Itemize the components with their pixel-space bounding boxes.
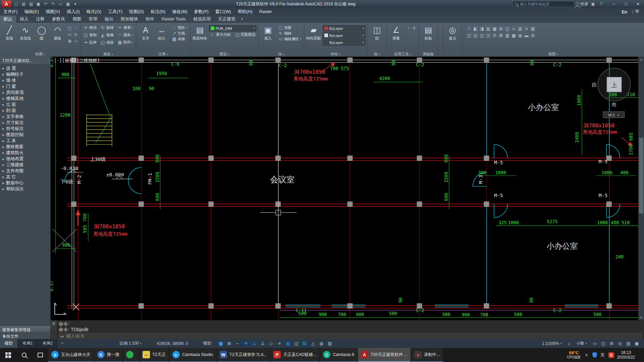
panel-title-clipboard[interactable]: 剪贴板	[419, 51, 438, 57]
scale-control[interactable]: 比例 1:100▾	[117, 340, 144, 347]
menu-item[interactable]: 修改(M)	[169, 8, 191, 15]
ribbon-tool[interactable]: ↗ 引线	[171, 31, 189, 36]
ribbon-tool[interactable]: ✂ 修剪 ▾	[116, 24, 134, 31]
taskbar-app[interactable]: A T20天正建筑软件 ...	[358, 348, 411, 362]
layout-tab[interactable]: 布局2	[38, 339, 58, 348]
view-tool-icon[interactable]: ▩	[511, 33, 517, 38]
taskbar-app[interactable]: W TZ天正建筑学习.d...	[217, 348, 270, 362]
status-toggle-icon[interactable]: △	[309, 340, 317, 347]
taskbar-app[interactable]: S 搜一搜	[94, 348, 123, 362]
cad-viewport[interactable]: [-][俯视][二维线框]90019501609012007005754200C…	[51, 57, 638, 320]
view-tool-icon[interactable]: ▦	[492, 26, 497, 32]
autocad-logo-icon[interactable]: A	[2, 1, 11, 7]
scroll-down-icon[interactable]: ▼	[638, 315, 644, 320]
view-tool-icon[interactable]: ◫	[504, 26, 510, 32]
taskbar-app[interactable]: ● 录制中...	[411, 348, 443, 362]
ribbon-tab[interactable]: 默认	[0, 15, 16, 23]
menu-item[interactable]: 编辑(E)	[21, 8, 42, 15]
menu-item[interactable]: 格式(O)	[83, 8, 105, 15]
ribbon-tab[interactable]: 输出	[101, 15, 117, 23]
ribbon-tab[interactable]: 协作	[142, 15, 158, 23]
view-tool-icon[interactable]: ▧	[530, 26, 536, 32]
palette-menu-item[interactable]: ▶ 建筑防火	[0, 150, 50, 156]
property-combo[interactable]: ByLayer ▾	[323, 32, 366, 39]
property-combo[interactable]: ByLayer ▾	[323, 25, 366, 32]
ribbon-tool[interactable]: ↕ 线性 ▾	[171, 25, 189, 30]
block-insert-button[interactable]: ▣ 插入	[260, 24, 276, 51]
panel-title-draw[interactable]: 绘图▾	[0, 51, 80, 57]
view-tool-icon[interactable]: ◰	[466, 33, 472, 38]
taskbar-app[interactable]: C Camtasia 9	[320, 348, 357, 362]
start-button[interactable]	[0, 348, 16, 362]
ribbon-mini-tool[interactable]: ▭	[67, 32, 72, 38]
status-toggle-icon[interactable]: ⊥	[251, 340, 258, 347]
taskbar-app[interactable]: ▸ Camtasia Studio	[169, 348, 216, 362]
palette-menu-item[interactable]: ▶ 工 具	[0, 138, 50, 144]
view-tool-icon[interactable]: ◳	[485, 33, 491, 38]
ribbon-tool[interactable]: ∿ 多段线	[18, 24, 33, 51]
layer-properties-button[interactable]: ▤ 图层特性	[192, 24, 208, 51]
quick-access-icon[interactable]: ▦	[64, 1, 71, 7]
model-space-toggle[interactable]: 模型	[201, 340, 214, 347]
status-toggle-icon[interactable]: ▭	[591, 340, 599, 347]
ribbon-mini-tool[interactable]: ▢	[67, 25, 72, 31]
ribbon-tool[interactable]: ▦ 阵列 ▾	[116, 39, 134, 46]
help-search-input[interactable]: 键入关键字或短语	[513, 1, 575, 7]
layout-tab[interactable]: 模型	[0, 339, 18, 348]
cpu-temperature-widget[interactable]: 68°C CPU温度	[567, 351, 581, 359]
drawing-recovery-manager[interactable]: 图形修复管理器	[0, 326, 50, 333]
quick-access-icon[interactable]: ↶	[42, 1, 49, 7]
menu-item[interactable]: 窗口(W)	[212, 8, 234, 15]
basepoint-button[interactable]: ◎ 基点	[445, 24, 460, 51]
ribbon-tool[interactable]: ◱ 缩放	[99, 39, 116, 46]
maximize-button[interactable]: □	[620, 0, 632, 8]
property-combo[interactable]: ByLayer ▾	[323, 39, 366, 46]
palette-menu-item[interactable]: ▶ 尺寸标注	[0, 120, 50, 126]
panel-title-properties[interactable]: 特性▾	[304, 51, 367, 57]
view-tool-icon[interactable]: ⊠	[498, 33, 504, 38]
panel-title-annotate[interactable]: 注释▾	[136, 51, 190, 57]
paste-button[interactable]: ▤ 粘贴	[421, 24, 436, 51]
view-tool-icon[interactable]: ▤	[485, 26, 491, 32]
match-properties-button[interactable]: ▰ 特性匹配	[306, 24, 321, 51]
ribbon-tab[interactable]: 视图	[69, 15, 85, 23]
palette-menu-item[interactable]: ▶ 数据中心	[0, 180, 50, 186]
close-button[interactable]: ✕	[632, 0, 644, 8]
palette-menu-item[interactable]: ▶ 房间屋顶	[0, 89, 50, 96]
taskbar-app[interactable]: e 五台山森林火灾	[48, 348, 94, 362]
ribbon-tool[interactable]: ✓ 置为当前	[209, 32, 232, 37]
ribbon-tool[interactable]: ╱ 直线	[2, 24, 17, 51]
palette-menu-item[interactable]: ▶ 楼梯其他	[0, 96, 50, 102]
app-store-icon[interactable]: ▣	[590, 1, 596, 7]
ime-language-indicator[interactable]: 英	[600, 352, 605, 358]
status-toggle-icon[interactable]: ∠	[259, 340, 267, 347]
ime-language[interactable]: En	[622, 9, 627, 14]
ribbon-mini-tool[interactable]: ≡	[411, 25, 417, 31]
status-toggle-icon[interactable]: ▤	[326, 340, 334, 347]
quick-access-icon[interactable]: ▤	[20, 1, 27, 7]
ribbon-tool[interactable]: ↠ 拉伸	[82, 39, 99, 46]
view-tool-icon[interactable]: ▭	[511, 26, 517, 32]
palette-menu-item[interactable]: ▶ 场地布置	[0, 156, 50, 162]
status-toggle-icon[interactable]: ⊡	[301, 340, 309, 347]
taskbar-app[interactable]	[123, 348, 139, 362]
ribbon-tool[interactable]: A 文字	[138, 24, 153, 51]
status-toggle-icon[interactable]: ◫	[292, 340, 300, 347]
sogou-ime-icon[interactable]: S	[608, 352, 614, 358]
status-toggle-icon[interactable]: ◎	[616, 340, 624, 347]
ribbon-tool[interactable]: ◠ 圆角 ▾	[116, 31, 134, 39]
palette-menu-item[interactable]: ▶ 图层控制	[0, 132, 50, 138]
ribbon-tool[interactable]: ◯ 圆	[34, 24, 49, 51]
scrollbar-thumb[interactable]	[639, 138, 643, 214]
quick-access-icon[interactable]: ↷	[50, 1, 57, 7]
ribbon-tab[interactable]: 附加模块	[117, 15, 142, 23]
ribbon-mini-tool[interactable]: ◔	[405, 25, 411, 31]
layer-combo[interactable]: PUB_DIM ▾	[209, 25, 257, 32]
menu-item[interactable]: 帮助(H)	[234, 8, 256, 15]
ribbon-tab[interactable]: 插入	[16, 15, 32, 23]
ribbon-tool[interactable]: ◫ 复制	[82, 31, 99, 39]
status-toggle-icon[interactable]: ◎	[284, 340, 292, 347]
signin-button[interactable]: 登录	[576, 1, 588, 7]
taskbar-app[interactable]: ▱ TZ天正	[140, 348, 169, 362]
menu-item[interactable]: 文件(F)	[0, 8, 21, 15]
